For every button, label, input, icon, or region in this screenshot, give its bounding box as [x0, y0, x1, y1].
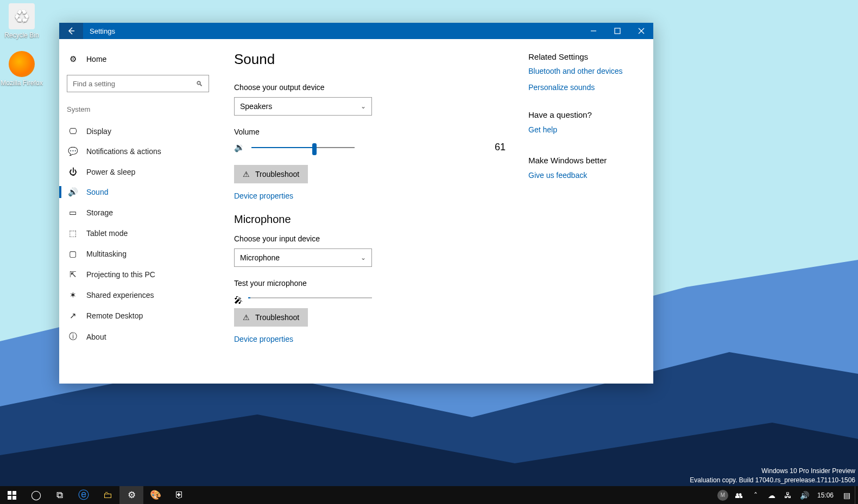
- input-troubleshoot-button[interactable]: ⚠ Troubleshoot: [234, 308, 308, 327]
- taskbar-clock[interactable]: 15:06: [812, 492, 838, 499]
- show-desktop-button[interactable]: [855, 486, 858, 504]
- taskbar-app-edge[interactable]: ⓔ: [72, 486, 96, 504]
- close-icon: [638, 28, 645, 34]
- windows-watermark: Windows 10 Pro Insider Preview Evaluatio…: [690, 467, 855, 485]
- bluetooth-link[interactable]: Bluetooth and other devices: [528, 67, 636, 75]
- taskbar-people[interactable]: 👥︎: [731, 486, 747, 504]
- cloud-icon: ☁: [768, 491, 775, 500]
- minimize-button[interactable]: [582, 23, 605, 39]
- maximize-button[interactable]: [605, 23, 629, 39]
- circle-icon: ◯: [31, 489, 41, 501]
- feedback-link[interactable]: Give us feedback: [528, 171, 587, 180]
- recycle-bin-icon: ♻: [9, 3, 35, 29]
- sidebar-item-label: Notifications & actions: [86, 147, 161, 156]
- dropdown-value: Microphone: [240, 253, 280, 262]
- input-device-properties-link[interactable]: Device properties: [234, 335, 293, 343]
- button-label: Troubleshoot: [255, 170, 299, 178]
- svg-rect-5: [12, 491, 16, 495]
- taskbar-app-defender[interactable]: ⛨: [167, 486, 191, 504]
- output-troubleshoot-button[interactable]: ⚠ Troubleshoot: [234, 165, 308, 183]
- taskbar-user[interactable]: M: [715, 486, 731, 504]
- people-icon: 👥︎: [735, 491, 743, 500]
- taskbar-app-paint[interactable]: 🎨: [143, 486, 167, 504]
- slider-fill: [251, 147, 314, 148]
- search-input[interactable]: Find a setting 🔍︎: [67, 75, 209, 92]
- output-device-dropdown[interactable]: Speakers ⌄: [234, 97, 372, 116]
- action-center-icon: ▤: [843, 491, 850, 500]
- sidebar-item-label: Sound: [86, 188, 108, 196]
- tray-onedrive[interactable]: ☁: [764, 486, 780, 504]
- sidebar-item-display[interactable]: 🖵 Display: [66, 121, 210, 141]
- gear-icon: ⚙: [128, 489, 136, 501]
- output-device-label: Choose your output device: [234, 83, 516, 92]
- avatar-icon: M: [717, 490, 728, 501]
- sidebar-item-multitasking[interactable]: ▢ Multitasking: [66, 244, 210, 264]
- sidebar-item-label: Projecting to this PC: [86, 270, 155, 279]
- sidebar-item-power[interactable]: ⏻ Power & sleep: [66, 162, 210, 182]
- tray-volume[interactable]: 🔊: [796, 486, 812, 504]
- desktop-icon-firefox[interactable]: Mozilla Firefox: [0, 51, 43, 87]
- volume-slider[interactable]: [251, 147, 355, 148]
- input-device-label: Choose your input device: [234, 234, 516, 243]
- sidebar-item-label: Multitasking: [86, 250, 127, 258]
- maximize-icon: [614, 28, 621, 34]
- sidebar-home-label: Home: [86, 55, 106, 63]
- personalize-sounds-link[interactable]: Personalize sounds: [528, 83, 636, 92]
- chevron-down-icon: ⌄: [361, 103, 366, 110]
- mic-test-label: Test your microphone: [234, 279, 516, 288]
- slider-thumb[interactable]: [312, 143, 317, 155]
- close-button[interactable]: [629, 23, 653, 39]
- sidebar-item-sound[interactable]: 🔊 Sound: [66, 182, 210, 202]
- tray-network[interactable]: 🖧: [780, 486, 796, 504]
- task-view-button[interactable]: ⧉: [48, 486, 72, 504]
- question-heading: Have a question?: [528, 110, 636, 119]
- sidebar-item-tablet-mode[interactable]: ⬚ Tablet mode: [66, 223, 210, 244]
- svg-rect-7: [12, 496, 16, 500]
- chevron-up-icon: ˄: [754, 491, 758, 500]
- warning-icon: ⚠: [243, 313, 250, 322]
- tray-overflow[interactable]: ˄: [747, 486, 764, 504]
- action-center-button[interactable]: ▤: [838, 486, 855, 504]
- desktop-icon-label: Recycle Bin: [4, 31, 39, 39]
- sidebar-item-shared-experiences[interactable]: ✶ Shared experiences: [66, 285, 210, 305]
- shield-icon: ⛨: [175, 490, 184, 501]
- sidebar-home[interactable]: ⚙ Home: [66, 51, 210, 72]
- window-title: Settings: [83, 27, 115, 35]
- microphone-icon: 🎤︎: [234, 296, 243, 305]
- sidebar-item-about[interactable]: ⓘ About: [66, 326, 210, 347]
- folder-icon: 🗀: [103, 490, 112, 501]
- page-title: Sound: [234, 51, 516, 68]
- settings-content: Sound Choose your output device Speakers…: [217, 39, 653, 384]
- display-icon: 🖵: [68, 126, 78, 136]
- network-icon: 🖧: [784, 491, 792, 500]
- microphone-heading: Microphone: [234, 213, 516, 226]
- search-icon: 🔍︎: [196, 80, 203, 88]
- start-button[interactable]: [0, 486, 24, 504]
- taskbar: ◯ ⧉ ⓔ 🗀 ⚙ 🎨 ⛨ M 👥︎ ˄ ☁ 🖧 🔊 15:06 ▤: [0, 486, 858, 504]
- get-help-link[interactable]: Get help: [528, 125, 557, 134]
- speaker-icon[interactable]: 🔉: [234, 142, 245, 152]
- firefox-icon: [9, 51, 35, 77]
- button-label: Troubleshoot: [255, 313, 299, 322]
- svg-rect-4: [8, 491, 11, 495]
- volume-icon: 🔊: [800, 491, 809, 500]
- microphone-level-bar: [248, 297, 372, 298]
- taskbar-app-settings[interactable]: ⚙: [119, 486, 143, 504]
- info-icon: ⓘ: [68, 331, 78, 342]
- sidebar-item-storage[interactable]: ▭ Storage: [66, 202, 210, 223]
- cortana-button[interactable]: ◯: [24, 486, 48, 504]
- input-device-dropdown[interactable]: Microphone ⌄: [234, 248, 372, 267]
- desktop-icon-recycle-bin[interactable]: ♻ Recycle Bin: [0, 3, 43, 39]
- task-view-icon: ⧉: [56, 490, 63, 501]
- volume-value: 61: [495, 142, 516, 153]
- sidebar-item-notifications[interactable]: 💬 Notifications & actions: [66, 141, 210, 162]
- window-titlebar[interactable]: Settings: [59, 23, 653, 39]
- output-device-properties-link[interactable]: Device properties: [234, 192, 293, 200]
- sidebar-item-projecting[interactable]: ⇱ Projecting to this PC: [66, 264, 210, 285]
- sidebar-item-label: Remote Desktop: [86, 311, 143, 320]
- storage-icon: ▭: [68, 208, 78, 218]
- settings-sidebar: ⚙ Home Find a setting 🔍︎ System 🖵 Displa…: [59, 39, 217, 384]
- taskbar-app-explorer[interactable]: 🗀: [96, 486, 119, 504]
- sidebar-item-remote-desktop[interactable]: ↗ Remote Desktop: [66, 305, 210, 326]
- back-button[interactable]: [59, 23, 83, 39]
